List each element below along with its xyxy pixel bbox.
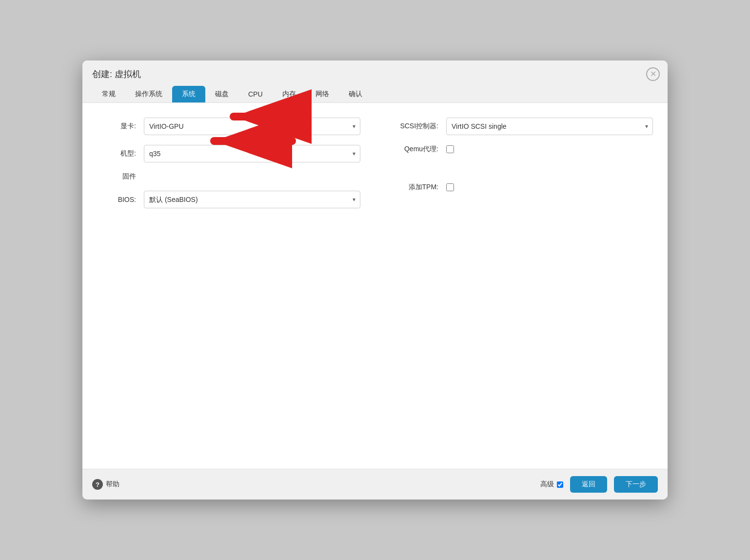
qemu-checkbox[interactable]	[446, 145, 454, 153]
help-label: 帮助	[106, 480, 119, 489]
qemu-checkbox-wrapper	[446, 145, 454, 153]
tab-memory[interactable]: 内存	[273, 86, 306, 102]
tpm-label: 添加TPM:	[390, 183, 438, 192]
dialog-title: 创建: 虚拟机	[92, 68, 658, 80]
tpm-row: 添加TPM:	[390, 183, 653, 192]
machine-select-wrapper: q35 i440fx	[144, 145, 360, 162]
display-select-wrapper: VirtIO-GPU VGA Cirrus VMWARE	[144, 118, 360, 135]
display-row: 显卡: VirtIO-GPU VGA Cirrus VMWARE	[97, 118, 360, 135]
close-button[interactable]: ✕	[646, 67, 660, 81]
qemu-label: Qemu代理:	[390, 145, 438, 154]
display-label: 显卡:	[97, 122, 136, 131]
tab-general[interactable]: 常规	[92, 86, 125, 102]
dialog-header: 创建: 虚拟机 ✕ 常规 操作系统 系统 磁盘 CPU 内存 网络 确认	[82, 60, 668, 103]
qemu-row: Qemu代理:	[390, 145, 653, 154]
machine-label: 机型:	[97, 149, 136, 158]
back-button[interactable]: 返回	[570, 476, 607, 493]
advanced-label: 高级	[540, 480, 554, 489]
footer-left: ? 帮助	[92, 479, 119, 490]
tab-disk[interactable]: 磁盘	[205, 86, 238, 102]
advanced-checkbox-row: 高级	[540, 480, 563, 489]
tab-bar: 常规 操作系统 系统 磁盘 CPU 内存 网络 确认	[92, 86, 658, 102]
scsi-select[interactable]: VirtIO SCSI single LSI 53C895A	[446, 118, 653, 135]
machine-select[interactable]: q35 i440fx	[144, 145, 360, 162]
bios-select-wrapper: 默认 (SeaBIOS) OVMF (UEFI)	[144, 191, 360, 208]
tab-system[interactable]: 系统	[172, 86, 205, 102]
left-column: 显卡: VirtIO-GPU VGA Cirrus VMWARE 机型:	[97, 118, 360, 218]
bios-select[interactable]: 默认 (SeaBIOS) OVMF (UEFI)	[144, 191, 360, 208]
tab-confirm[interactable]: 确认	[339, 86, 372, 102]
close-icon: ✕	[650, 70, 656, 78]
advanced-checkbox[interactable]	[557, 481, 563, 488]
machine-row: 机型: q35 i440fx	[97, 145, 360, 162]
dialog-footer: ? 帮助 高级 返回 下一步	[82, 469, 668, 500]
tab-os[interactable]: 操作系统	[125, 86, 172, 102]
firmware-row: 固件	[97, 172, 360, 181]
footer-right: 高级 返回 下一步	[540, 476, 658, 493]
firmware-label: 固件	[97, 172, 136, 181]
tpm-checkbox-wrapper	[446, 183, 454, 191]
next-button[interactable]: 下一步	[614, 476, 658, 493]
bios-label: BIOS:	[97, 196, 136, 203]
tpm-checkbox[interactable]	[446, 183, 454, 191]
scsi-label: SCSI控制器:	[390, 122, 438, 131]
scsi-row: SCSI控制器: VirtIO SCSI single LSI 53C895A	[390, 118, 653, 135]
help-button[interactable]: ? 帮助	[92, 479, 119, 490]
bios-row: BIOS: 默认 (SeaBIOS) OVMF (UEFI)	[97, 191, 360, 208]
tab-network[interactable]: 网络	[306, 86, 339, 102]
help-icon: ?	[92, 479, 103, 490]
create-vm-dialog: 创建: 虚拟机 ✕ 常规 操作系统 系统 磁盘 CPU 内存 网络 确认 显卡:	[82, 60, 668, 500]
tab-cpu[interactable]: CPU	[238, 86, 273, 102]
right-column: SCSI控制器: VirtIO SCSI single LSI 53C895A …	[390, 118, 653, 218]
display-select[interactable]: VirtIO-GPU VGA Cirrus VMWARE	[144, 118, 360, 135]
dialog-body: 显卡: VirtIO-GPU VGA Cirrus VMWARE 机型:	[82, 103, 668, 469]
scsi-select-wrapper: VirtIO SCSI single LSI 53C895A	[446, 118, 653, 135]
